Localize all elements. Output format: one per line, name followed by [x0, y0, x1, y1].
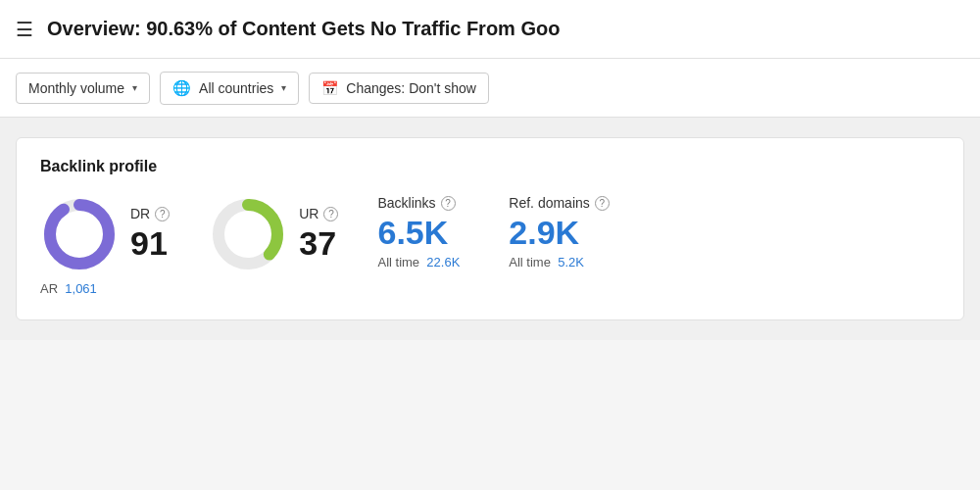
calendar-icon: 📅 [321, 80, 338, 96]
ur-metric: UR ? 37 [209, 195, 338, 273]
globe-icon: 🌐 [172, 79, 191, 97]
chevron-down-icon-2: ▾ [281, 82, 286, 93]
svg-point-1 [50, 205, 109, 264]
ref-domains-label: Ref. domains ? [509, 195, 609, 211]
backlinks-block: Backlinks ? 6.5K All time 22.6K [377, 195, 460, 270]
dr-help-icon[interactable]: ? [155, 207, 170, 221]
ref-domains-value: 2.9K [509, 215, 609, 251]
ref-domains-help-icon[interactable]: ? [595, 196, 610, 211]
ar-value: 1,061 [65, 281, 97, 296]
ur-value: 37 [299, 225, 338, 262]
monthly-volume-dropdown[interactable]: Monthly volume ▾ [16, 73, 150, 104]
backlinks-help-icon[interactable]: ? [441, 196, 456, 211]
ref-domains-alltime: All time 5.2K [509, 255, 609, 270]
header: ☰ Overview: 90.63% of Content Gets No Tr… [0, 0, 980, 59]
changes-dropdown[interactable]: 📅 Changes: Don't show [309, 73, 489, 104]
ur-donut [209, 195, 287, 273]
page-title: Overview: 90.63% of Content Gets No Traf… [47, 18, 560, 40]
toolbar: Monthly volume ▾ 🌐 All countries ▾ 📅 Cha… [0, 59, 980, 118]
ur-help-icon[interactable]: ? [323, 207, 338, 221]
backlinks-label: Backlinks ? [377, 195, 460, 211]
monthly-volume-label: Monthly volume [28, 80, 124, 96]
metrics-row: DR ? 91 AR 1,061 [40, 195, 940, 296]
card-title: Backlink profile [40, 158, 940, 175]
dr-value: 91 [130, 225, 170, 262]
dr-label: DR ? [130, 206, 170, 221]
backlinks-alltime-value: 22.6K [426, 255, 460, 270]
backlink-profile-card: Backlink profile DR [16, 137, 964, 320]
ref-domains-alltime-value: 5.2K [558, 255, 584, 270]
chevron-down-icon: ▾ [132, 82, 137, 93]
hamburger-icon[interactable]: ☰ [16, 18, 33, 41]
all-countries-label: All countries [199, 80, 273, 96]
changes-label: Changes: Don't show [346, 80, 476, 96]
dr-donut [40, 195, 119, 273]
dr-block: DR ? 91 AR 1,061 [40, 195, 209, 296]
ar-row: AR 1,061 [40, 281, 209, 296]
backlinks-value: 6.5K [377, 215, 460, 251]
all-countries-dropdown[interactable]: 🌐 All countries ▾ [160, 72, 299, 105]
main-content: Backlink profile DR [0, 118, 980, 340]
ar-label: AR [40, 281, 58, 296]
backlinks-alltime: All time 22.6K [377, 255, 460, 270]
dr-metric: DR ? 91 [40, 195, 170, 273]
ref-domains-block: Ref. domains ? 2.9K All time 5.2K [509, 195, 609, 270]
ur-label: UR ? [299, 206, 338, 221]
